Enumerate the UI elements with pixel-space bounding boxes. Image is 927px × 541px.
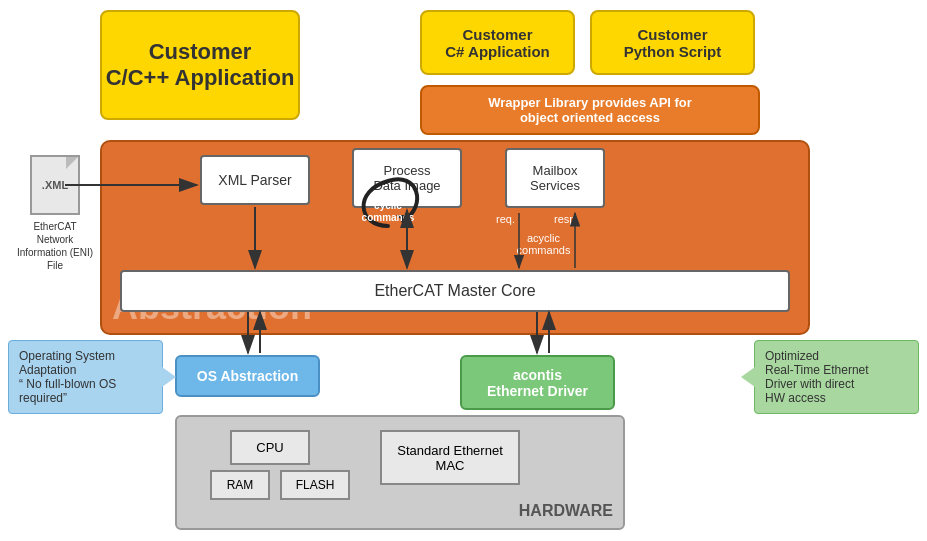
os-adaptation-callout: Operating System Adaptation “ No full-bl…	[8, 340, 163, 414]
customer-csharp-label: Customer C# Application	[445, 26, 549, 60]
ethercat-master-label: EtherCAT Master Core	[374, 282, 535, 300]
xml-parser-box: XML Parser	[200, 155, 310, 205]
customer-cc-box: Customer C/C++ Application	[100, 10, 300, 120]
acyclic-label: acyclic commands	[506, 232, 581, 256]
xml-icon-label: .XML	[42, 179, 68, 191]
flash-box: FLASH	[280, 470, 350, 500]
rt-driver-callout: Optimized Real-Time Ethernet Driver with…	[754, 340, 919, 414]
cyclic-arrow-icon: cyclic commands	[348, 171, 428, 236]
req-label: req.	[496, 213, 515, 225]
mailbox-services-box: Mailbox Services	[505, 148, 605, 208]
ethercat-master-box: EtherCAT Master Core	[120, 270, 790, 312]
svg-text:commands: commands	[362, 212, 415, 223]
diagram-container: Customer C/C++ Application Customer C# A…	[0, 0, 927, 541]
rt-driver-text: Optimized Real-Time Ethernet Driver with…	[765, 349, 869, 405]
customer-csharp-box: Customer C# Application	[420, 10, 575, 75]
xml-file-description: EtherCAT Network Information (ENI) File	[15, 220, 95, 272]
os-adaptation-text: Operating System Adaptation “ No full-bl…	[19, 349, 116, 405]
wrapper-library-box: Wrapper Library provides API for object …	[420, 85, 760, 135]
hardware-label: HARDWARE	[519, 502, 613, 520]
mailbox-services-label: Mailbox Services	[530, 163, 580, 193]
cpu-label: CPU	[256, 440, 283, 455]
customer-cc-label: Customer C/C++ Application	[106, 39, 295, 91]
ethernet-mac-box: Standard Ethernet MAC	[380, 430, 520, 485]
os-abstraction-box: OS Abstraction	[175, 355, 320, 397]
ram-label: RAM	[227, 478, 254, 492]
svg-text:cyclic: cyclic	[374, 200, 402, 211]
wrapper-library-label: Wrapper Library provides API for object …	[488, 95, 692, 125]
ram-box: RAM	[210, 470, 270, 500]
xml-file-icon: .XML	[30, 155, 80, 215]
cpu-box: CPU	[230, 430, 310, 465]
acontis-driver-box: acontis Ethernet Driver	[460, 355, 615, 410]
flash-label: FLASH	[296, 478, 335, 492]
customer-python-box: Customer Python Script	[590, 10, 755, 75]
os-abstraction-label: OS Abstraction	[197, 368, 298, 384]
acontis-driver-label: acontis Ethernet Driver	[487, 367, 588, 399]
customer-python-label: Customer Python Script	[624, 26, 722, 60]
xml-parser-label: XML Parser	[218, 172, 291, 188]
ethernet-mac-label: Standard Ethernet MAC	[397, 443, 503, 473]
cyclic-area: cyclic commands	[328, 153, 448, 253]
xml-file-area: .XML EtherCAT Network Information (ENI) …	[15, 155, 95, 272]
resp-label: resp.	[554, 213, 578, 225]
